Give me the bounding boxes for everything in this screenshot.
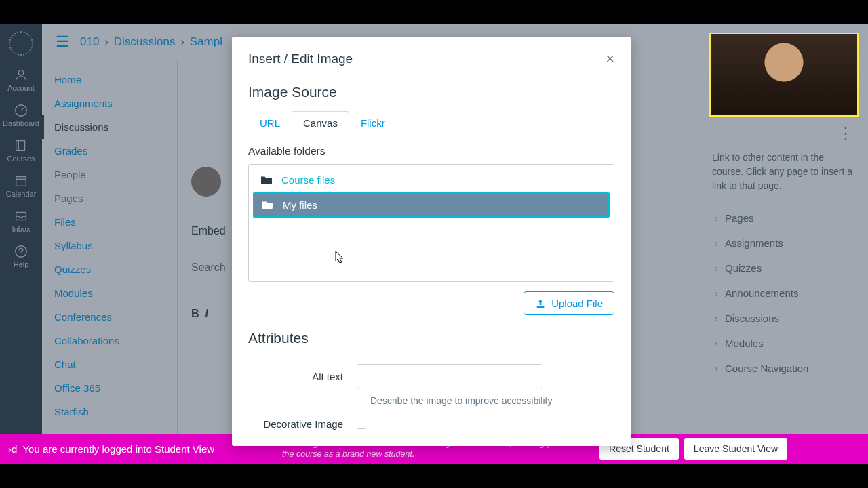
alt-text-input[interactable] [357,364,542,388]
folder-my-files[interactable]: My files [253,192,610,218]
folder-course-files[interactable]: Course files [253,169,610,191]
insert-image-modal: Insert / Edit Image × Image Source URL C… [232,37,631,446]
folder-tree: Course files My files [248,164,614,282]
section-attributes: Attributes [248,330,614,346]
tab-canvas[interactable]: Canvas [292,111,349,134]
upload-icon [535,298,546,309]
folder-icon [260,175,273,186]
leave-student-view-button[interactable]: Leave Student View [684,438,787,460]
source-tabs: URL Canvas Flickr [248,111,614,134]
available-folders-label: Available folders [248,145,614,157]
upload-file-button[interactable]: Upload File [524,291,614,315]
mouse-cursor-icon [335,251,344,264]
student-view-label: ›d You are currently logged into Student… [8,443,214,455]
folder-open-icon [261,200,275,211]
tab-flickr[interactable]: Flickr [349,111,397,134]
alt-text-help: Describe the image to improve accessibil… [370,395,614,406]
decorative-label: Decorative Image [248,418,357,430]
webcam-thumbnail [709,33,859,117]
close-icon[interactable]: × [606,50,614,68]
decorative-checkbox[interactable] [357,420,366,429]
tab-url[interactable]: URL [248,111,292,134]
modal-title: Insert / Edit Image [248,52,353,66]
alt-text-label: Alt text [248,371,357,382]
section-image-source: Image Source [248,84,614,100]
